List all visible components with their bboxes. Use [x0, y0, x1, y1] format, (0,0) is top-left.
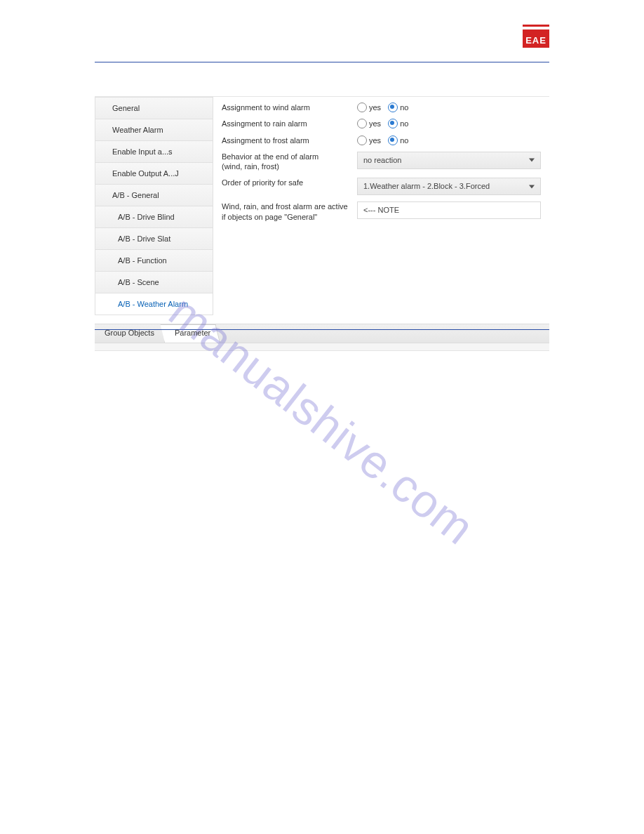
- radio-label-yes: yes: [369, 119, 381, 128]
- radio-icon: [388, 119, 398, 128]
- row-frost-alarm: Assingment to frost alarm yes no: [222, 135, 541, 145]
- sidebar-item-label: A/B - Drive Blind: [118, 213, 175, 221]
- sidebar-item-a-b-drive-blind[interactable]: A/B - Drive Blind: [95, 206, 213, 228]
- sidebar: GeneralWeather AlarmEnable Input a...sEn…: [95, 97, 213, 315]
- radio-group-frost: yes no: [357, 135, 541, 145]
- brand-logo: EAE: [523, 21, 549, 48]
- sidebar-item-general[interactable]: General: [95, 97, 213, 119]
- sidebar-item-label: General: [112, 104, 140, 112]
- label-rain-alarm: Assingment to rain alarm: [222, 119, 357, 128]
- sidebar-item-label: A/B - Weather Alarm: [118, 300, 188, 308]
- textbox-note[interactable]: <--- NOTE: [357, 201, 541, 219]
- radio-icon: [357, 102, 367, 112]
- radio-group-rain: yes no: [357, 119, 541, 128]
- radio-frost-no[interactable]: no: [388, 135, 408, 145]
- label-wind-alarm: Assignment to wind alarm: [222, 102, 357, 112]
- brand-logo-text: EAE: [523, 35, 549, 46]
- sidebar-item-label: A/B - Function: [118, 256, 167, 265]
- label-note: Wind, rain, and frost alarm are active i…: [222, 201, 357, 222]
- radio-rain-yes[interactable]: yes: [357, 119, 381, 128]
- radio-label-no: no: [400, 103, 408, 112]
- tab-strip-footer: [95, 343, 549, 351]
- sidebar-item-label: Enable Output A...J: [112, 169, 179, 178]
- tab-group-objects[interactable]: Group Objects: [95, 324, 165, 343]
- sidebar-item-a-b-scene[interactable]: A/B - Scene: [95, 272, 213, 293]
- header-rule: [95, 62, 549, 62]
- radio-frost-yes[interactable]: yes: [357, 135, 381, 145]
- row-behavior-end: Behavior at the end of alarm (wind, rain…: [222, 152, 541, 172]
- radio-label-yes: yes: [369, 136, 381, 145]
- row-priority: Order of priority for safe 1.Weather ala…: [222, 178, 541, 195]
- bottom-tabs: Group Objects Parameter: [95, 324, 549, 343]
- row-rain-alarm: Assingment to rain alarm yes no: [222, 119, 541, 128]
- radio-icon: [388, 102, 398, 112]
- select-priority[interactable]: 1.Weather alarm - 2.Block - 3.Forced: [357, 178, 541, 195]
- radio-label-no: no: [400, 119, 408, 128]
- select-behavior-end[interactable]: no reaction: [357, 152, 541, 169]
- sidebar-item-enable-output-a-j[interactable]: Enable Output A...J: [95, 163, 213, 185]
- tab-parameter[interactable]: Parameter: [165, 324, 220, 343]
- label-behavior-end: Behavior at the end of alarm (wind, rain…: [222, 152, 357, 172]
- row-note: Wind, rain, and frost alarm are active i…: [222, 201, 541, 222]
- radio-icon: [357, 135, 367, 145]
- radio-label-yes: yes: [369, 103, 381, 112]
- sidebar-item-weather-alarm[interactable]: Weather Alarm: [95, 119, 213, 141]
- radio-icon: [357, 119, 367, 128]
- radio-icon: [388, 135, 398, 145]
- footer-rule: [95, 329, 549, 330]
- tab-label: Parameter: [175, 329, 210, 337]
- config-panel: GeneralWeather AlarmEnable Input a...sEn…: [95, 96, 549, 315]
- radio-rain-no[interactable]: no: [388, 119, 408, 128]
- sidebar-item-enable-input-a-s[interactable]: Enable Input a...s: [95, 141, 213, 163]
- sidebar-item-label: A/B - Drive Slat: [118, 234, 170, 243]
- sidebar-item-label: Enable Input a...s: [112, 147, 173, 156]
- radio-wind-yes[interactable]: yes: [357, 102, 381, 112]
- row-wind-alarm: Assignment to wind alarm yes no: [222, 102, 541, 112]
- radio-group-wind: yes no: [357, 102, 541, 112]
- radio-label-no: no: [400, 136, 408, 145]
- sidebar-item-a-b-weather-alarm[interactable]: A/B - Weather Alarm: [95, 293, 213, 315]
- sidebar-item-a-b-function[interactable]: A/B - Function: [95, 250, 213, 272]
- label-frost-alarm: Assingment to frost alarm: [222, 135, 357, 145]
- sidebar-item-label: A/B - Scene: [118, 278, 159, 286]
- sidebar-item-label: A/B - General: [112, 191, 159, 199]
- sidebar-item-a-b-general[interactable]: A/B - General: [95, 185, 213, 206]
- label-priority: Order of priority for safe: [222, 178, 357, 187]
- radio-wind-no[interactable]: no: [388, 102, 408, 112]
- sidebar-item-label: Weather Alarm: [112, 126, 163, 134]
- sidebar-item-a-b-drive-slat[interactable]: A/B - Drive Slat: [95, 228, 213, 250]
- content-pane: Assignment to wind alarm yes no Assingme…: [213, 97, 549, 315]
